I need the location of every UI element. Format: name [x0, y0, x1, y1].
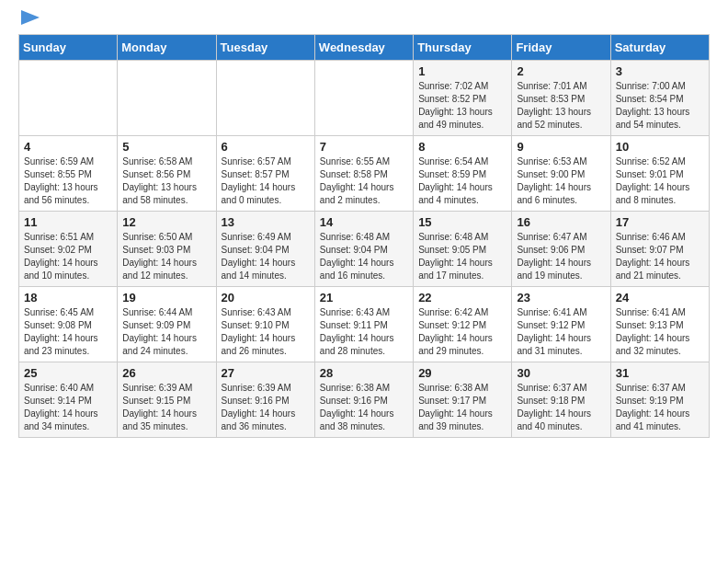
day-info: Sunrise: 6:44 AM Sunset: 9:09 PM Dayligh…: [122, 306, 210, 358]
day-cell-24: 24Sunrise: 6:41 AM Sunset: 9:13 PM Dayli…: [610, 287, 709, 362]
day-cell-29: 29Sunrise: 6:38 AM Sunset: 9:17 PM Dayli…: [414, 362, 512, 438]
day-number: 28: [320, 366, 408, 380]
day-cell-16: 16Sunrise: 6:47 AM Sunset: 9:06 PM Dayli…: [512, 212, 610, 287]
day-cell-18: 18Sunrise: 6:45 AM Sunset: 9:08 PM Dayli…: [19, 287, 118, 362]
day-cell-28: 28Sunrise: 6:38 AM Sunset: 9:16 PM Dayli…: [314, 362, 413, 438]
day-info: Sunrise: 6:43 AM Sunset: 9:10 PM Dayligh…: [222, 306, 310, 358]
day-cell-23: 23Sunrise: 6:41 AM Sunset: 9:12 PM Dayli…: [512, 287, 610, 362]
day-info: Sunrise: 6:58 AM Sunset: 8:56 PM Dayligh…: [122, 155, 210, 207]
day-info: Sunrise: 6:48 AM Sunset: 9:04 PM Dayligh…: [320, 231, 408, 282]
day-cell-17: 17Sunrise: 6:46 AM Sunset: 9:07 PM Dayli…: [610, 212, 709, 287]
day-cell-10: 10Sunrise: 6:52 AM Sunset: 9:01 PM Dayli…: [610, 136, 709, 212]
day-number: 2: [517, 64, 605, 78]
page-container: SundayMondayTuesdayWednesdayThursdayFrid…: [0, 0, 728, 452]
day-cell-13: 13Sunrise: 6:49 AM Sunset: 9:04 PM Dayli…: [216, 212, 314, 287]
week-row-5: 25Sunrise: 6:40 AM Sunset: 9:14 PM Dayli…: [19, 362, 710, 438]
week-row-2: 4Sunrise: 6:59 AM Sunset: 8:55 PM Daylig…: [19, 136, 710, 212]
day-info: Sunrise: 6:41 AM Sunset: 9:13 PM Dayligh…: [616, 306, 704, 358]
day-info: Sunrise: 6:51 AM Sunset: 9:02 PM Dayligh…: [24, 231, 112, 282]
day-cell-6: 6Sunrise: 6:57 AM Sunset: 8:57 PM Daylig…: [216, 136, 314, 212]
day-info: Sunrise: 6:39 AM Sunset: 9:16 PM Dayligh…: [222, 382, 310, 433]
logo-arrow-icon: [21, 10, 40, 25]
day-number: 23: [517, 291, 605, 304]
day-number: 13: [222, 215, 310, 229]
day-info: Sunrise: 6:55 AM Sunset: 8:58 PM Dayligh…: [320, 155, 408, 207]
day-cell-20: 20Sunrise: 6:43 AM Sunset: 9:10 PM Dayli…: [216, 287, 314, 362]
day-number: 9: [517, 140, 605, 154]
weekday-header-sunday: Sunday: [19, 35, 118, 61]
day-number: 11: [24, 215, 112, 229]
calendar-table: SundayMondayTuesdayWednesdayThursdayFrid…: [18, 34, 710, 438]
day-cell-21: 21Sunrise: 6:43 AM Sunset: 9:11 PM Dayli…: [314, 287, 413, 362]
day-info: Sunrise: 6:41 AM Sunset: 9:12 PM Dayligh…: [517, 306, 605, 358]
day-info: Sunrise: 6:45 AM Sunset: 9:08 PM Dayligh…: [24, 306, 112, 358]
day-cell-7: 7Sunrise: 6:55 AM Sunset: 8:58 PM Daylig…: [314, 136, 413, 212]
empty-cell: [314, 61, 413, 136]
day-number: 17: [616, 215, 704, 229]
day-cell-31: 31Sunrise: 6:37 AM Sunset: 9:19 PM Dayli…: [610, 362, 709, 438]
logo: [18, 14, 40, 25]
day-info: Sunrise: 6:48 AM Sunset: 9:05 PM Dayligh…: [418, 231, 506, 282]
day-cell-3: 3Sunrise: 7:00 AM Sunset: 8:54 PM Daylig…: [610, 61, 709, 136]
day-number: 3: [616, 64, 704, 78]
weekday-header-wednesday: Wednesday: [314, 35, 413, 61]
day-info: Sunrise: 6:47 AM Sunset: 9:06 PM Dayligh…: [517, 231, 605, 282]
day-info: Sunrise: 6:50 AM Sunset: 9:03 PM Dayligh…: [122, 231, 210, 282]
day-number: 20: [222, 291, 310, 304]
day-info: Sunrise: 7:00 AM Sunset: 8:54 PM Dayligh…: [616, 80, 704, 132]
day-number: 15: [418, 215, 506, 229]
header: [18, 14, 710, 25]
day-info: Sunrise: 6:40 AM Sunset: 9:14 PM Dayligh…: [24, 382, 112, 433]
day-info: Sunrise: 6:37 AM Sunset: 9:19 PM Dayligh…: [616, 382, 704, 433]
day-cell-30: 30Sunrise: 6:37 AM Sunset: 9:18 PM Dayli…: [512, 362, 610, 438]
day-cell-9: 9Sunrise: 6:53 AM Sunset: 9:00 PM Daylig…: [512, 136, 610, 212]
day-info: Sunrise: 6:42 AM Sunset: 9:12 PM Dayligh…: [418, 306, 506, 358]
weekday-header-saturday: Saturday: [610, 35, 709, 61]
day-number: 12: [122, 215, 210, 229]
week-row-3: 11Sunrise: 6:51 AM Sunset: 9:02 PM Dayli…: [19, 212, 710, 287]
day-number: 31: [616, 366, 704, 380]
day-number: 5: [122, 140, 210, 154]
day-info: Sunrise: 6:46 AM Sunset: 9:07 PM Dayligh…: [616, 231, 704, 282]
weekday-header-row: SundayMondayTuesdayWednesdayThursdayFrid…: [19, 35, 710, 61]
day-info: Sunrise: 6:59 AM Sunset: 8:55 PM Dayligh…: [24, 155, 112, 207]
day-info: Sunrise: 6:54 AM Sunset: 8:59 PM Dayligh…: [418, 155, 506, 207]
day-number: 21: [320, 291, 408, 304]
day-number: 30: [517, 366, 605, 380]
day-number: 29: [418, 366, 506, 380]
day-number: 16: [517, 215, 605, 229]
empty-cell: [216, 61, 314, 136]
day-info: Sunrise: 6:43 AM Sunset: 9:11 PM Dayligh…: [320, 306, 408, 358]
day-cell-5: 5Sunrise: 6:58 AM Sunset: 8:56 PM Daylig…: [118, 136, 216, 212]
day-info: Sunrise: 6:38 AM Sunset: 9:17 PM Dayligh…: [418, 382, 506, 433]
day-number: 22: [418, 291, 506, 304]
day-number: 10: [616, 140, 704, 154]
day-number: 25: [24, 366, 112, 380]
day-number: 26: [122, 366, 210, 380]
empty-cell: [118, 61, 216, 136]
weekday-header-friday: Friday: [512, 35, 610, 61]
day-cell-26: 26Sunrise: 6:39 AM Sunset: 9:15 PM Dayli…: [118, 362, 216, 438]
day-number: 1: [418, 64, 506, 78]
day-cell-2: 2Sunrise: 7:01 AM Sunset: 8:53 PM Daylig…: [512, 61, 610, 136]
day-cell-15: 15Sunrise: 6:48 AM Sunset: 9:05 PM Dayli…: [414, 212, 512, 287]
empty-cell: [19, 61, 118, 136]
weekday-header-tuesday: Tuesday: [216, 35, 314, 61]
day-cell-25: 25Sunrise: 6:40 AM Sunset: 9:14 PM Dayli…: [19, 362, 118, 438]
day-info: Sunrise: 6:38 AM Sunset: 9:16 PM Dayligh…: [320, 382, 408, 433]
day-info: Sunrise: 6:49 AM Sunset: 9:04 PM Dayligh…: [222, 231, 310, 282]
day-info: Sunrise: 6:57 AM Sunset: 8:57 PM Dayligh…: [222, 155, 310, 207]
day-cell-1: 1Sunrise: 7:02 AM Sunset: 8:52 PM Daylig…: [414, 61, 512, 136]
day-info: Sunrise: 6:37 AM Sunset: 9:18 PM Dayligh…: [517, 382, 605, 433]
day-number: 18: [24, 291, 112, 304]
day-info: Sunrise: 6:52 AM Sunset: 9:01 PM Dayligh…: [616, 155, 704, 207]
day-cell-19: 19Sunrise: 6:44 AM Sunset: 9:09 PM Dayli…: [118, 287, 216, 362]
day-number: 6: [222, 140, 310, 154]
day-cell-22: 22Sunrise: 6:42 AM Sunset: 9:12 PM Dayli…: [414, 287, 512, 362]
day-number: 24: [616, 291, 704, 304]
weekday-header-monday: Monday: [118, 35, 216, 61]
day-info: Sunrise: 7:02 AM Sunset: 8:52 PM Dayligh…: [418, 80, 506, 132]
day-number: 4: [24, 140, 112, 154]
day-number: 19: [122, 291, 210, 304]
day-cell-14: 14Sunrise: 6:48 AM Sunset: 9:04 PM Dayli…: [314, 212, 413, 287]
